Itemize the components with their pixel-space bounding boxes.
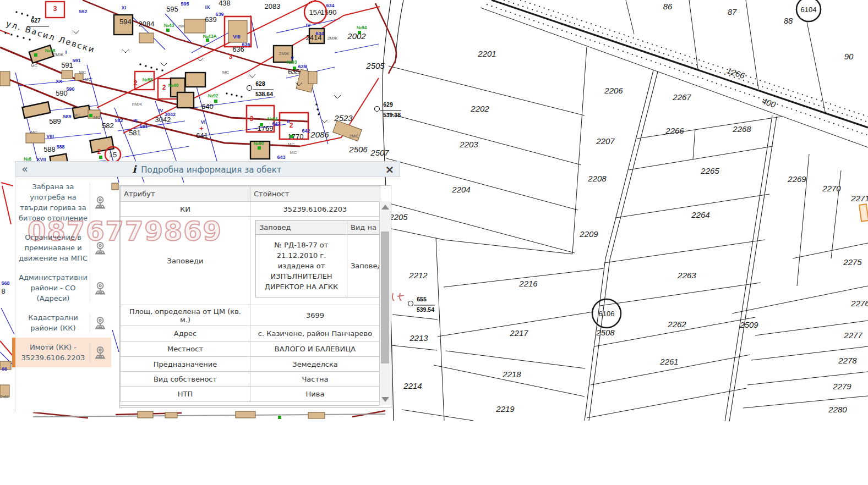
map-label: 2270 [822,184,841,193]
svg-text:15: 15 [109,151,117,159]
map-label: 2277 [843,330,862,340]
area-value: 3699 [250,305,380,326]
map-label: 642 [302,128,310,134]
map-label: 2218 [502,370,521,379]
svg-text:627: 627 [31,17,41,24]
map-label: 2267 [672,92,691,102]
map-label: 2205 [389,212,408,222]
map-label: МС [288,142,295,147]
map-label: 2206 [604,86,623,95]
svg-text:6104: 6104 [801,5,817,14]
map-label: 2261 [659,357,678,366]
nested-header-order: Заповед [256,221,347,235]
map-label: 2266 [665,126,684,135]
map-label: 2МЖ [279,51,290,56]
table-row: НТП Нива [121,387,380,402]
map-pin-icon [90,341,110,364]
sidebar-item-traffic-restriction[interactable]: Ограничение в преминаване и движение на … [15,228,111,268]
table-row: Предназначение Земеделска [121,357,380,372]
map-label: 595 [166,5,178,13]
map-label: IV [306,23,311,28]
map-label: МС [94,115,101,120]
map-label: 2203 [459,140,478,149]
scrollbar-thumb[interactable] [381,232,389,363]
svg-text:538.64: 538.64 [255,91,273,97]
map-label: 87 [728,7,737,16]
svg-text:539.54: 539.54 [417,306,434,313]
map-label: 582 [114,118,123,123]
map-label: 2262 [667,319,686,329]
table-row: КИ 35239.6106.2203 [121,202,380,217]
column-header-attribute: Атрибут [121,186,250,202]
map-label: XI [122,5,127,10]
map-label: 3042 [165,112,176,117]
map-label: 2212 [408,271,428,280]
map-pin-icon [90,231,110,264]
map-label: VIII [233,34,241,40]
map-label: 582 [102,122,114,130]
map-pin-icon [90,311,110,334]
map-label: 2264 [691,210,709,219]
attribute-table: Атрибут Стойност КИ 35239.6106.2203 Запо… [120,186,380,402]
svg-text:629: 629 [383,101,393,108]
clipped-next-row [120,405,380,406]
sidebar-item-properties-selected[interactable]: Имоти (КК) - 35239.6106.2203 [12,338,111,367]
table-row: Местност ВАЛОГО И БАЛЕВИЦА [121,341,380,357]
map-label: 2083 [265,2,281,10]
map-label: 640 [201,102,214,111]
map-label: 2269 [787,174,806,184]
map-label: 2505 [365,61,385,70]
map-label: №94 [357,25,367,30]
order-type: Заповед за одобрение на КККР [347,235,380,297]
map-label: №92 [208,93,219,98]
sidebar-item-firewood-ban[interactable]: Забрана за употреба на твърди горива за … [15,177,111,228]
map-label: 591 [72,58,80,63]
map-label: 438 [219,0,231,7]
map-label: 8 [1,287,5,295]
map-label: 589 [49,117,61,125]
svg-text:15А: 15А [309,8,321,16]
cadastral-id-value: 35239.6106.2203 [250,202,380,217]
address-value: с. Казичене, район Панчарево [250,326,380,341]
map-label: 591 [61,61,73,69]
scroll-down-arrow-icon[interactable] [381,397,389,402]
map-label: 1769 [258,124,274,133]
map-label: 2201 [477,49,496,58]
map-label: 2МЖ [327,36,338,41]
object-info-popup: Атрибут Стойност КИ 35239.6106.2203 Запо… [119,185,391,408]
map-label: 2084 [139,20,155,28]
map-pin-icon [90,271,110,305]
map-label: III [133,118,138,123]
map-label: 66 [2,366,7,372]
map-label: 2265 [700,166,719,175]
map-label: VIII [46,134,54,139]
map-label: 2 [290,122,293,129]
map-label: №64 [268,116,278,122]
panel-title: iПодробна информация за обект [34,163,380,175]
map-label: 589 [63,114,71,119]
ownership-value: Частна [250,372,380,387]
map-label: МС [31,63,38,68]
map-label: 2506 [348,145,368,154]
sidebar-item-cadastral-regions[interactable]: Кадастрални райони (КК) [15,308,111,338]
map-label: 2204 [451,185,470,194]
map-label: 2 [97,148,101,156]
scroll-up-arrow-icon[interactable] [381,205,389,210]
map-label: VI [201,119,206,125]
map-label: 2202 [470,104,489,113]
map-label: 588 [56,144,64,150]
map-label: 581 [129,129,141,137]
table-row: Вид собственост Частна [121,372,380,387]
map-label: МС [79,70,86,75]
close-icon[interactable]: × [380,163,400,176]
map-label: 643 [277,155,285,160]
sidebar-item-admin-regions[interactable]: Административни райони - СО (Адреси) [15,268,111,308]
map-label: 636 [242,42,250,47]
map-label: 642 [272,121,280,126]
map-label: 90 [844,52,854,61]
map-label: 592 [79,9,87,14]
map-label: 568 [1,280,9,286]
collapse-panel-button[interactable]: « [15,161,34,177]
table-scrollbar[interactable] [379,201,391,405]
map-pin-icon [90,180,110,224]
